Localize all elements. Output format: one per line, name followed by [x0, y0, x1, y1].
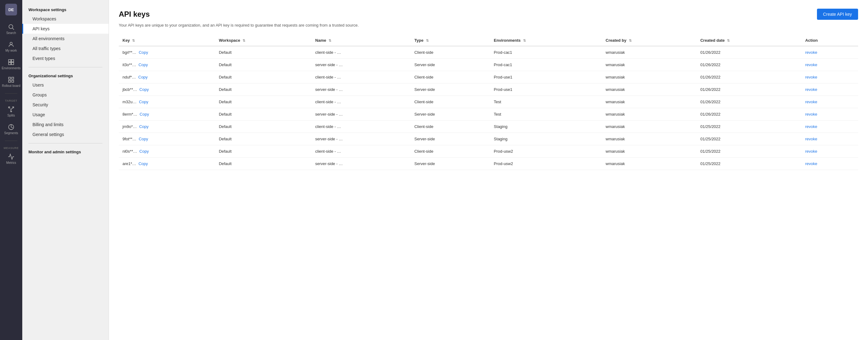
- sort-key-icon: ⇅: [132, 39, 135, 42]
- nav-environments[interactable]: Environments: [0, 56, 22, 73]
- sidebar-item-event-types[interactable]: Event types: [22, 54, 108, 63]
- col-name[interactable]: Name ⇅: [311, 35, 410, 46]
- page-title: API keys: [119, 10, 150, 19]
- cell-action-4: revoke: [802, 96, 858, 108]
- cell-created-date-8: 01/25/2022: [696, 145, 802, 158]
- sidebar-item-users[interactable]: Users: [22, 80, 108, 90]
- cell-environment-7: Staging: [490, 133, 602, 145]
- sidebar-item-groups[interactable]: Groups: [22, 90, 108, 100]
- svg-rect-5: [9, 62, 11, 65]
- sidebar-item-security[interactable]: Security: [22, 100, 108, 110]
- nav-splits[interactable]: Splits: [0, 103, 22, 121]
- cell-key-9: are1*… Copy: [119, 158, 215, 170]
- sidebar-item-general-settings[interactable]: General settings: [22, 130, 108, 139]
- cell-created-by-5: wmarusiak: [602, 108, 696, 121]
- copy-key-1[interactable]: Copy: [138, 62, 148, 67]
- cell-name-3: server-side - …: [311, 83, 410, 96]
- cell-created-by-2: wmarusiak: [602, 71, 696, 83]
- cell-name-1: server-side - …: [311, 59, 410, 71]
- copy-key-6[interactable]: Copy: [139, 124, 149, 129]
- nav-metrics-label: Metrics: [6, 161, 16, 165]
- cell-created-date-6: 01/25/2022: [696, 121, 802, 133]
- cell-action-9: revoke: [802, 158, 858, 170]
- copy-key-3[interactable]: Copy: [140, 87, 149, 92]
- sidebar-divider-2: [28, 143, 102, 143]
- cell-action-1: revoke: [802, 59, 858, 71]
- revoke-key-2[interactable]: revoke: [805, 75, 817, 79]
- cell-key-0: bgrl**… Copy: [119, 46, 215, 59]
- svg-rect-4: [11, 60, 13, 62]
- svg-rect-8: [12, 77, 13, 79]
- cell-key-6: jm9o*… Copy: [119, 121, 215, 133]
- col-created-date[interactable]: Created date ⇅: [696, 35, 802, 46]
- cell-name-7: server-side - …: [311, 133, 410, 145]
- sidebar-divider-1: [28, 67, 102, 67]
- col-environments[interactable]: Environments ⇅: [490, 35, 602, 46]
- sort-name-icon: ⇅: [329, 39, 331, 42]
- copy-key-8[interactable]: Copy: [140, 149, 149, 154]
- cell-created-by-0: wmarusiak: [602, 46, 696, 59]
- sort-environments-icon: ⇅: [523, 39, 526, 42]
- copy-key-7[interactable]: Copy: [138, 137, 148, 141]
- sidebar-item-api-keys[interactable]: API keys: [22, 24, 108, 34]
- cell-environment-9: Prod-usw2: [490, 158, 602, 170]
- table-row: nduf*… Copy Default client-side - … Clie…: [119, 71, 858, 83]
- nav-search-label: Search: [6, 31, 16, 35]
- cell-type-2: Client-side: [410, 71, 490, 83]
- nav-metrics[interactable]: Metrics: [0, 150, 22, 168]
- copy-key-4[interactable]: Copy: [139, 100, 148, 104]
- cell-name-8: client-side - …: [311, 145, 410, 158]
- copy-key-0[interactable]: Copy: [138, 50, 148, 55]
- revoke-key-8[interactable]: revoke: [805, 149, 817, 154]
- sidebar-item-all-environments[interactable]: All environments: [22, 34, 108, 43]
- cell-type-8: Client-side: [410, 145, 490, 158]
- cell-action-7: revoke: [802, 133, 858, 145]
- revoke-key-1[interactable]: revoke: [805, 62, 817, 67]
- cell-environment-8: Prod-usw2: [490, 145, 602, 158]
- revoke-key-3[interactable]: revoke: [805, 87, 817, 92]
- cell-workspace-8: Default: [215, 145, 311, 158]
- sidebar-item-all-traffic-types[interactable]: All traffic types: [22, 43, 108, 54]
- revoke-key-4[interactable]: revoke: [805, 100, 817, 104]
- col-type[interactable]: Type ⇅: [410, 35, 490, 46]
- revoke-key-7[interactable]: revoke: [805, 137, 817, 141]
- cell-key-4: m32u… Copy: [119, 96, 215, 108]
- cell-environment-5: Test: [490, 108, 602, 121]
- svg-rect-9: [9, 80, 10, 82]
- cell-key-3: jbcb**… Copy: [119, 83, 215, 96]
- cell-workspace-4: Default: [215, 96, 311, 108]
- copy-key-2[interactable]: Copy: [138, 75, 148, 79]
- nav-my-work[interactable]: My work: [0, 38, 22, 56]
- nav-search[interactable]: Search: [0, 21, 22, 38]
- cell-environment-3: Prod-use1: [490, 83, 602, 96]
- sidebar-item-usage[interactable]: Usage: [22, 110, 108, 120]
- copy-key-9[interactable]: Copy: [138, 161, 148, 166]
- revoke-key-9[interactable]: revoke: [805, 161, 817, 166]
- table-row: nl0s**… Copy Default client-side - … Cli…: [119, 145, 858, 158]
- col-created-by[interactable]: Created by ⇅: [602, 35, 696, 46]
- sort-created-date-icon: ⇅: [727, 39, 730, 42]
- revoke-key-5[interactable]: revoke: [805, 112, 817, 116]
- create-api-key-button[interactable]: Create API key: [817, 9, 858, 20]
- sidebar-item-workspaces[interactable]: Workspaces: [22, 14, 108, 24]
- cell-action-3: revoke: [802, 83, 858, 96]
- copy-key-5[interactable]: Copy: [140, 112, 149, 116]
- nav-rollout-board[interactable]: Rollout board: [0, 73, 22, 91]
- revoke-key-6[interactable]: revoke: [805, 124, 817, 129]
- cell-action-8: revoke: [802, 145, 858, 158]
- revoke-key-0[interactable]: revoke: [805, 50, 817, 55]
- cell-created-date-3: 01/26/2022: [696, 83, 802, 96]
- cell-action-0: revoke: [802, 46, 858, 59]
- cell-created-date-1: 01/26/2022: [696, 59, 802, 71]
- sidebar-item-billing[interactable]: Billing and limits: [22, 120, 108, 130]
- org-settings-title: Organizational settings: [22, 71, 108, 80]
- table-body: bgrl**… Copy Default client-side - … Cli…: [119, 46, 858, 170]
- col-key[interactable]: Key ⇅: [119, 35, 215, 46]
- cell-environment-6: Staging: [490, 121, 602, 133]
- cell-workspace-6: Default: [215, 121, 311, 133]
- cell-type-7: Server-side: [410, 133, 490, 145]
- table-row: jm9o*… Copy Default client-side - … Clie…: [119, 121, 858, 133]
- cell-type-9: Server-side: [410, 158, 490, 170]
- nav-segments[interactable]: Segments: [0, 121, 22, 138]
- col-workspace[interactable]: Workspace ⇅: [215, 35, 311, 46]
